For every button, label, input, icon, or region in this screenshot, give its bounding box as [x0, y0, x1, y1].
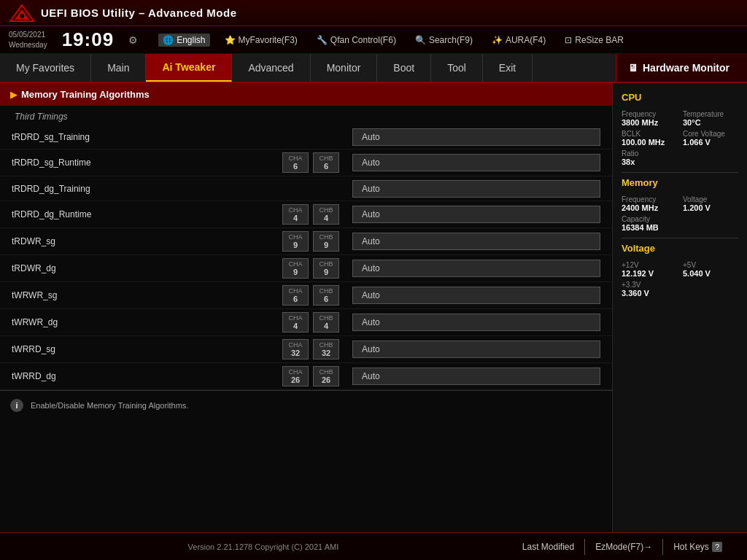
language-selector[interactable]: 🌐 English: [158, 34, 209, 47]
setting-value[interactable]: Auto: [352, 154, 600, 171]
header-bar: UEFI BIOS Utility – Advanced Mode: [0, 0, 747, 26]
chb-box: CHB 9: [313, 231, 339, 252]
svg-point-2: [20, 14, 24, 18]
info-icon: i: [10, 399, 23, 412]
setting-value[interactable]: Auto: [352, 233, 600, 250]
cha-box: CHA 9: [282, 258, 309, 279]
setting-row-trdrd-dg-runtime: tRDRD_dg_Runtime CHA 4 CHB 4 Auto: [0, 201, 612, 228]
channel-boxes: CHA 9 CHB 9: [282, 231, 339, 252]
cha-box: CHA 26: [282, 366, 309, 386]
hot-keys-button[interactable]: Hot Keys ?: [662, 539, 732, 555]
star-icon: ⭐: [225, 35, 236, 45]
qfan-link[interactable]: 🔧 Qfan Control(F6): [312, 34, 400, 47]
resize-link[interactable]: ⊡ ReSize BAR: [560, 34, 628, 47]
setting-label: tRDWR_dg: [12, 263, 143, 273]
channel-boxes: CHA 6 CHB 6: [282, 285, 339, 306]
logo-area: UEFI BIOS Utility – Advanced Mode: [9, 3, 236, 23]
tab-my-favorites[interactable]: My Favorites: [0, 54, 91, 82]
cpu-temp-label: Temperature: [683, 110, 738, 118]
rog-logo-icon: [9, 3, 35, 23]
aura-link[interactable]: ✨ AURA(F4): [487, 34, 550, 47]
chb-box: CHB 6: [313, 152, 339, 173]
monitor-icon: 🖥: [628, 62, 638, 74]
ratio-label: Ratio: [622, 149, 677, 158]
tab-monitor[interactable]: Monitor: [311, 54, 378, 82]
divider-2: [622, 238, 738, 238]
chb-box: CHB 6: [313, 285, 339, 306]
resize-icon: ⊡: [565, 35, 572, 45]
search-link[interactable]: 🔍 Search(F9): [411, 34, 477, 47]
tab-advanced[interactable]: Advanced: [232, 54, 310, 82]
setting-row-trdwr-dg: tRDWR_dg CHA 9 CHB 9 Auto: [0, 255, 612, 282]
setting-row-trdrd-sg-runtime: tRDRD_sg_Runtime CHA 6 CHB 6 Auto: [0, 149, 612, 176]
search-icon: 🔍: [415, 35, 426, 45]
mem-voltage-value: 1.200 V: [683, 203, 738, 212]
setting-value[interactable]: Auto: [352, 180, 600, 198]
hw-monitor-header: 🖥 Hardware Monitor: [616, 54, 747, 82]
setting-label: tWRRD_dg: [12, 371, 143, 381]
setting-label: tRDWR_sg: [12, 236, 143, 246]
info-text: Enable/Disable Memory Training Algorithm…: [31, 401, 188, 410]
tab-main[interactable]: Main: [91, 54, 146, 82]
cha-box: CHA 9: [282, 231, 309, 252]
hw-monitor-panel: CPU Frequency 3800 MHz Temperature 30°C …: [612, 83, 747, 532]
cha-box: CHA 4: [282, 204, 309, 225]
v5-value: 5.040 V: [683, 269, 738, 278]
setting-value[interactable]: Auto: [352, 128, 600, 146]
voltage-stats: +12V 12.192 V +5V 5.040 V +3.3V 3.360 V: [622, 261, 738, 298]
time-bar: 05/05/2021 Wednesday 19:09 ⚙ 🌐 English ⭐…: [0, 26, 747, 54]
setting-value[interactable]: Auto: [352, 206, 600, 223]
cha-box: CHA 32: [282, 339, 309, 359]
setting-label: tRDRD_dg_Training: [12, 184, 143, 194]
setting-row-twrrd-dg: tWRRD_dg CHA 26 CHB 26 Auto: [0, 363, 612, 390]
memory-section-title: Memory: [622, 177, 738, 190]
cpu-stats: Frequency 3800 MHz Temperature 30°C BCLK…: [622, 110, 738, 166]
setting-value[interactable]: Auto: [352, 368, 600, 385]
setting-label: tRDRD_sg_Training: [12, 132, 143, 142]
tab-tool[interactable]: Tool: [431, 54, 483, 82]
channel-boxes: CHA 4 CHB 4: [282, 204, 339, 225]
content-area[interactable]: ▶ Memory Training Algorithms Third Timin…: [0, 83, 612, 532]
bclk-value: 100.00 MHz: [622, 138, 677, 147]
nav-bar: My Favorites Main Ai Tweaker Advanced Mo…: [0, 54, 747, 83]
tab-ai-tweaker[interactable]: Ai Tweaker: [146, 54, 232, 82]
mem-capacity-label: Capacity: [622, 215, 738, 223]
myfavorite-link[interactable]: ⭐ MyFavorite(F3): [220, 34, 302, 47]
channel-boxes: CHA 32 CHB 32: [282, 339, 339, 359]
setting-value[interactable]: Auto: [352, 260, 600, 277]
v33-value: 3.360 V: [622, 289, 738, 298]
expand-arrow-icon: ▶: [10, 90, 17, 100]
ez-mode-button[interactable]: EzMode(F7)→: [584, 539, 662, 555]
setting-row-twrwr-sg: tWRWR_sg CHA 6 CHB 6 Auto: [0, 282, 612, 309]
main-layout: ▶ Memory Training Algorithms Third Timin…: [0, 83, 747, 532]
chb-box: CHB 32: [313, 339, 339, 359]
setting-label: tWRRD_sg: [12, 344, 143, 354]
mem-voltage-label: Voltage: [683, 195, 738, 203]
v12-value: 12.192 V: [622, 269, 677, 278]
mem-freq-value: 2400 MHz: [622, 203, 677, 212]
core-voltage-label: Core Voltage: [683, 130, 738, 138]
cha-box: CHA 4: [282, 312, 309, 332]
channel-boxes: CHA 4 CHB 4: [282, 312, 339, 332]
topbar-links: 🌐 English ⭐ MyFavorite(F3) 🔧 Qfan Contro…: [158, 34, 628, 47]
tab-exit[interactable]: Exit: [483, 54, 533, 82]
tab-boot[interactable]: Boot: [377, 54, 431, 82]
section-title: Memory Training Algorithms: [21, 89, 150, 100]
setting-value[interactable]: Auto: [352, 314, 600, 331]
time-gear-icon[interactable]: ⚙: [128, 34, 138, 46]
v33-label: +3.3V: [622, 281, 738, 289]
mem-freq-label: Frequency: [622, 195, 677, 203]
setting-value[interactable]: Auto: [352, 341, 600, 358]
setting-value[interactable]: Auto: [352, 287, 600, 304]
memory-stats: Frequency 2400 MHz Voltage 1.200 V Capac…: [622, 195, 738, 232]
hot-keys-label: Hot Keys: [673, 542, 709, 552]
voltage-section-title: Voltage: [622, 243, 738, 255]
section-header[interactable]: ▶ Memory Training Algorithms: [0, 83, 612, 106]
last-modified-label: Last Modified: [522, 542, 574, 552]
ez-mode-label: EzMode(F7)→: [595, 542, 652, 552]
last-modified-button[interactable]: Last Modified: [512, 539, 584, 555]
channel-boxes: CHA 26 CHB 26: [282, 366, 339, 386]
fan-icon: 🔧: [317, 35, 328, 45]
v5-label: +5V: [683, 261, 738, 269]
version-text: Version 2.21.1278 Copyright (C) 2021 AMI: [188, 542, 339, 551]
